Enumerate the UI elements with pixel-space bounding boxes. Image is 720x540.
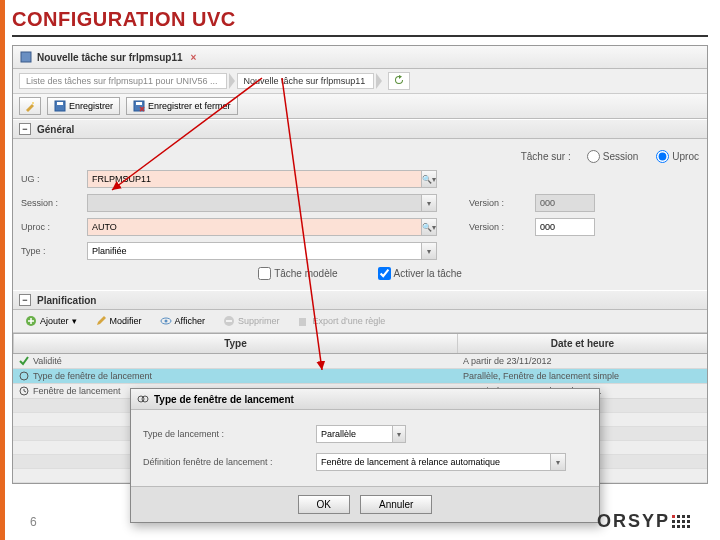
main-toolbar: Enregistrer Enregistrer et fermer	[13, 94, 707, 119]
table-row[interactable]: Validité A partir de 23/11/2012	[13, 354, 707, 369]
section-label: Général	[37, 124, 74, 135]
chevron-down-icon[interactable]: ▾	[421, 243, 436, 259]
general-form: Tâche sur : Session Uproc UG : 🔍▾ Sessio…	[13, 139, 707, 290]
uproc-input[interactable]: 🔍▾	[87, 218, 437, 236]
window-tabs: Nouvelle tâche sur frlpmsup11 ×	[13, 46, 707, 69]
eye-icon	[160, 315, 172, 327]
save-button[interactable]: Enregistrer	[47, 97, 120, 115]
dialog-header: Type de fenêtre de lancement	[131, 389, 599, 410]
window-def-select[interactable]: ▾	[316, 453, 566, 471]
clock-icon	[19, 386, 29, 396]
tab-label[interactable]: Nouvelle tâche sur frlpmsup11	[37, 52, 183, 63]
chevron-down-icon[interactable]: ▾	[550, 454, 565, 470]
export-button[interactable]: Export d'une règle	[291, 313, 391, 329]
breadcrumb-item[interactable]: Nouvelle tâche sur frlpmsup11	[237, 73, 375, 89]
tab-close-icon[interactable]: ×	[187, 52, 201, 63]
dialog-title: Type de fenêtre de lancement	[154, 394, 294, 405]
window-type-icon	[137, 393, 149, 405]
dropdown-icon[interactable]: ▾	[421, 195, 436, 211]
radio-session[interactable]: Session	[587, 150, 639, 163]
launch-type-label: Type de lancement :	[143, 429, 308, 439]
delete-button[interactable]: Supprimer	[217, 313, 286, 329]
chevron-right-icon	[376, 73, 382, 89]
collapse-icon[interactable]: −	[19, 123, 31, 135]
check-icon	[19, 356, 29, 366]
svg-point-11	[20, 372, 28, 380]
section-label: Planification	[37, 295, 96, 306]
svg-rect-3	[57, 102, 63, 105]
planif-toolbar: Ajouter▾ Modifier Afficher Supprimer Exp…	[13, 310, 707, 333]
breadcrumb-item[interactable]: Liste des tâches sur frlpmsup11 pour UNI…	[19, 73, 227, 89]
slide-footer: 6 ORSYP	[0, 511, 720, 532]
save-close-label: Enregistrer et fermer	[148, 101, 231, 111]
window-def-label: Définition fenêtre de lancement :	[143, 457, 308, 467]
col-type[interactable]: Type	[13, 334, 457, 353]
svg-point-14	[142, 396, 148, 402]
section-general-header[interactable]: − Général	[13, 119, 707, 139]
ug-label: UG :	[21, 174, 81, 184]
version-label: Version :	[469, 222, 529, 232]
logo-dots-icon	[672, 515, 690, 528]
launch-window-dialog: Type de fenêtre de lancement Type de lan…	[130, 388, 600, 523]
launch-type-select[interactable]: ▾	[316, 425, 406, 443]
version-input[interactable]	[535, 194, 595, 212]
show-button[interactable]: Afficher	[154, 313, 211, 329]
slide-title: CONFIGURATION UVC	[0, 0, 720, 35]
refresh-button[interactable]	[388, 72, 410, 90]
breadcrumb: Liste des tâches sur frlpmsup11 pour UNI…	[13, 69, 707, 94]
disk-close-icon	[133, 100, 145, 112]
chevron-down-icon[interactable]: ▾	[392, 426, 405, 442]
svg-point-1	[32, 102, 34, 104]
type-label: Type :	[21, 246, 81, 256]
ug-input[interactable]: 🔍▾	[87, 170, 437, 188]
type-select[interactable]: ▾	[87, 242, 437, 260]
collapse-icon[interactable]: −	[19, 294, 31, 306]
plus-icon	[25, 315, 37, 327]
chevron-down-icon: ▾	[72, 316, 77, 326]
svg-rect-0	[21, 52, 31, 62]
title-underline	[12, 35, 708, 37]
uproc-label: Uproc :	[21, 222, 81, 232]
wand-icon	[24, 100, 36, 112]
session-input[interactable]: ▾	[87, 194, 437, 212]
table-row[interactable]: Type de fenêtre de lancement Parallèle, …	[13, 369, 707, 384]
page-number: 6	[30, 515, 37, 529]
version-input[interactable]	[535, 218, 595, 236]
chevron-right-icon	[229, 73, 235, 89]
svg-rect-10	[299, 318, 306, 326]
export-icon	[297, 315, 309, 327]
version-label: Version :	[469, 198, 529, 208]
pencil-icon	[95, 315, 107, 327]
chk-model[interactable]: Tâche modèle	[258, 267, 337, 280]
svg-point-8	[164, 320, 167, 323]
task-icon	[19, 50, 33, 64]
minus-icon	[223, 315, 235, 327]
dropdown-icon[interactable]: 🔍▾	[421, 171, 436, 187]
grid-header: Type Date et heure	[13, 333, 707, 354]
svg-rect-5	[136, 102, 142, 105]
dialog-body: Type de lancement : ▾ Définition fenêtre…	[131, 410, 599, 486]
chk-active[interactable]: Activer la tâche	[378, 267, 462, 280]
brand-logo: ORSYP	[597, 511, 690, 532]
dropdown-icon[interactable]: 🔍▾	[421, 219, 436, 235]
refresh-icon	[394, 75, 404, 85]
col-datetime[interactable]: Date et heure	[457, 334, 707, 353]
session-label: Session :	[21, 198, 81, 208]
disk-icon	[54, 100, 66, 112]
section-planif-header[interactable]: − Planification	[13, 290, 707, 310]
save-close-button[interactable]: Enregistrer et fermer	[126, 97, 238, 115]
slide-accent-bar	[0, 0, 5, 540]
add-button[interactable]: Ajouter▾	[19, 313, 83, 329]
save-label: Enregistrer	[69, 101, 113, 111]
modify-button[interactable]: Modifier	[89, 313, 148, 329]
radio-uproc[interactable]: Uproc	[656, 150, 699, 163]
task-on-label: Tâche sur :	[521, 151, 571, 162]
action-button[interactable]	[19, 97, 41, 115]
window-type-icon	[19, 371, 29, 381]
